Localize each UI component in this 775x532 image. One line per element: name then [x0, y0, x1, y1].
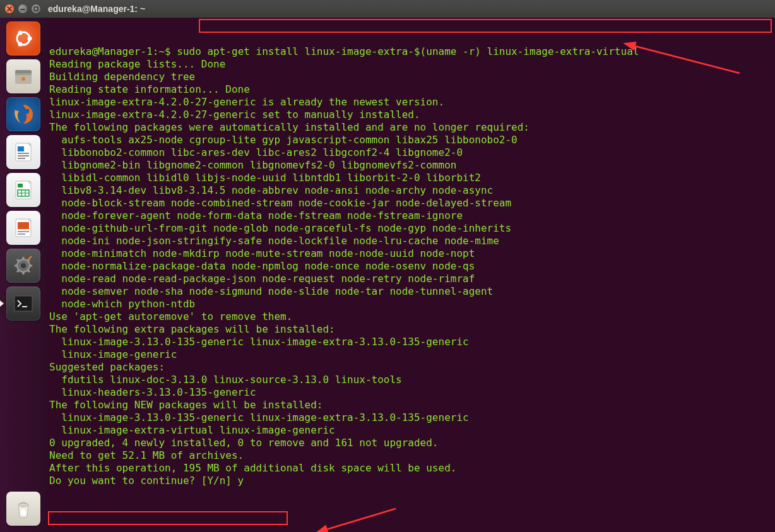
svg-rect-7 [15, 73, 32, 75]
svg-line-29 [28, 270, 30, 272]
terminal-output-line: Use 'apt-get autoremove' to remove them. [49, 310, 772, 323]
window-controls [5, 4, 40, 13]
terminal-output-line: linux-headers-3.13.0-135-generic [49, 386, 772, 399]
svg-line-31 [17, 270, 19, 272]
svg-rect-12 [18, 153, 29, 154]
terminal-output-line: node-semver node-sha node-sigmund node-s… [49, 285, 772, 298]
terminal-output-line: libidl-common libidl0 libjs-node-uuid li… [49, 172, 772, 184]
svg-rect-11 [18, 146, 24, 151]
terminal-output-line: linux-image-generic [49, 348, 772, 361]
svg-rect-21 [18, 233, 25, 235]
window-title: edureka@Manager-1: ~ [48, 4, 145, 14]
unity-launcher [0, 18, 47, 532]
svg-rect-14 [18, 158, 25, 159]
svg-rect-19 [18, 222, 29, 229]
svg-point-2 [28, 37, 32, 41]
terminal-output-line: aufs-tools ax25-node cgroup-lite gyp jav… [49, 134, 772, 146]
terminal-output-line: libv8-3.14-dev libv8-3.14.5 node-abbrev … [49, 184, 772, 197]
terminal-output-line: Need to get 52.1 MB of archives. [49, 449, 772, 462]
terminal-output-line: The following packages were automaticall… [49, 121, 772, 134]
system-settings-icon[interactable] [6, 249, 40, 283]
terminal-icon[interactable] [6, 287, 40, 321]
libreoffice-impress-icon[interactable] [6, 211, 40, 245]
terminal-output-line: node-github-url-from-git node-glob node-… [49, 222, 772, 235]
terminal-output-line: libgnome2-bin libgnome2-common libgnomev… [49, 159, 772, 172]
annotation-highlight-prompt [48, 511, 288, 525]
terminal-output-line: node-read node-read-package-json node-re… [49, 273, 772, 285]
terminal-command: sudo apt-get install linux-image-extra-$… [177, 45, 639, 57]
terminal-output-line: The following extra packages will be ins… [49, 323, 772, 336]
terminal-output-line: node-block-stream node-combined-stream n… [49, 197, 772, 210]
libreoffice-writer-icon[interactable] [6, 135, 40, 169]
svg-line-37 [324, 509, 396, 530]
ubuntu-dash-icon[interactable] [6, 21, 40, 56]
terminal-output-line: The following NEW packages will be insta… [49, 399, 772, 411]
libreoffice-calc-icon[interactable] [6, 173, 40, 207]
terminal-output-line: linux-image-3.13.0-135-generic linux-ima… [49, 411, 772, 424]
svg-rect-17 [18, 184, 23, 187]
svg-rect-13 [18, 155, 29, 157]
terminal-output-line: After this operation, 195 MB of addition… [49, 462, 772, 475]
terminal-output-line: node-ini node-json-stringify-safe node-l… [49, 235, 772, 247]
terminal-output-line: linux-image-extra-4.2.0-27-generic is al… [49, 96, 772, 109]
terminal-pane[interactable]: edureka@Manager-1:~$ sudo apt-get instal… [47, 18, 775, 532]
terminal-output-line: node-which python-ntdb [49, 298, 772, 310]
svg-point-4 [18, 42, 23, 47]
annotation-highlight-command [199, 19, 772, 33]
trash-icon[interactable] [6, 492, 40, 526]
files-icon[interactable] [6, 59, 40, 93]
terminal-output-line: Suggested packages: [49, 361, 772, 374]
terminal-prompt: edureka@Manager-1:~$ [49, 45, 177, 57]
svg-point-23 [21, 263, 26, 268]
firefox-icon[interactable] [6, 97, 40, 131]
minimize-button[interactable] [18, 4, 27, 13]
svg-line-28 [17, 259, 19, 261]
terminal-output-line: node-normalize-package-data node-npmlog … [49, 260, 772, 273]
svg-rect-32 [15, 296, 32, 311]
svg-point-35 [20, 509, 27, 516]
terminal-output-line: 0 upgraded, 4 newly installed, 0 to remo… [49, 437, 772, 449]
maximize-button[interactable] [32, 4, 40, 13]
terminal-output-line: Reading state information... Done [49, 83, 772, 96]
close-button[interactable] [5, 4, 14, 13]
terminal-output-line: Reading package lists... Done [49, 58, 772, 71]
terminal-output-line: linux-image-extra-4.2.0-27-generic set t… [49, 109, 772, 121]
terminal-output-line: Building dependency tree [49, 71, 772, 83]
annotation-arrow-to-prompt [280, 492, 405, 532]
terminal-output-line: libbonobo2-common libc-ares-dev libc-are… [49, 146, 772, 159]
terminal-output-line: node-forever-agent node-form-data node-f… [49, 210, 772, 222]
svg-point-3 [18, 31, 23, 35]
terminal-output-line: linux-image-3.13.0-135-generic linux-ima… [49, 336, 772, 348]
terminal-output: edureka@Manager-1:~$ sudo apt-get instal… [49, 45, 772, 487]
svg-rect-20 [18, 231, 29, 232]
terminal-output-line: node-minimatch node-mkdirp node-mute-str… [49, 247, 772, 260]
svg-rect-0 [34, 7, 38, 11]
terminal-output-line: Do you want to continue? [Y/n] y [49, 475, 772, 487]
terminal-output-line: fdutils linux-doc-3.13.0 linux-source-3.… [49, 374, 772, 386]
window-titlebar: edureka@Manager-1: ~ [0, 0, 775, 18]
terminal-output-line: linux-image-extra-virtual linux-image-ge… [49, 424, 772, 437]
svg-point-8 [21, 77, 25, 81]
